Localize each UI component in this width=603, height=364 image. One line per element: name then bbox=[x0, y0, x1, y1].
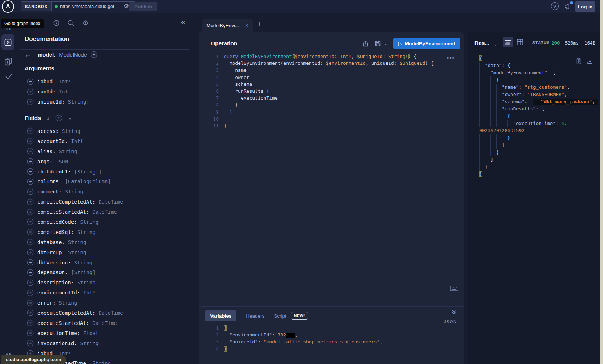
add-field-icon[interactable] bbox=[27, 309, 34, 316]
add-field-icon[interactable] bbox=[27, 78, 34, 85]
help-icon[interactable]: ? bbox=[551, 2, 559, 10]
save-icon[interactable] bbox=[374, 40, 381, 47]
fields-section-header: Fields ↓ ⌄ bbox=[25, 114, 72, 121]
field-row[interactable]: comment:String bbox=[24, 187, 123, 197]
field-row[interactable]: access:String bbox=[24, 126, 123, 136]
add-field-icon[interactable] bbox=[27, 188, 34, 195]
field-row[interactable]: compileStartedAt:DateTime bbox=[24, 207, 123, 217]
add-all-fields-icon[interactable] bbox=[91, 51, 97, 58]
sidebar-item-schema[interactable] bbox=[3, 56, 13, 66]
run-operation-button[interactable]: ▷ ModelByEnvironment bbox=[393, 38, 460, 49]
code-line: "modelByEnvironment": [ bbox=[472, 69, 598, 76]
publish-button[interactable]: Publish bbox=[129, 2, 157, 11]
code-line: "runResults": [ bbox=[472, 105, 598, 113]
tab-variables[interactable]: Variables bbox=[205, 310, 236, 321]
share-icon[interactable] bbox=[362, 40, 369, 47]
field-row[interactable]: args:JSON bbox=[24, 156, 123, 167]
field-row[interactable]: alias:String bbox=[24, 146, 123, 156]
add-field-icon[interactable] bbox=[27, 88, 34, 95]
add-field-icon[interactable] bbox=[27, 148, 34, 155]
code-line: "name": "stg_customers", bbox=[472, 84, 598, 91]
argument-row[interactable]: uniqueId:String! bbox=[24, 97, 89, 107]
variables-tabbar: Variables Headers Script NEW! bbox=[205, 310, 308, 321]
response-view-table-toggle[interactable] bbox=[516, 39, 523, 46]
argument-row[interactable]: jobId:Int! bbox=[24, 76, 89, 87]
add-field-icon[interactable] bbox=[27, 300, 34, 306]
field-row[interactable]: executionTime:Float bbox=[24, 328, 123, 338]
field-row[interactable]: columns:[CatalogColumn] bbox=[24, 176, 123, 187]
tab-headers[interactable]: Headers bbox=[246, 313, 264, 319]
connection-settings-gear-icon[interactable]: ⚙ bbox=[123, 3, 129, 9]
response-title[interactable]: Res... bbox=[474, 40, 489, 46]
field-row[interactable]: invocationId:String bbox=[24, 338, 123, 348]
apollo-logo[interactable]: A bbox=[2, 0, 14, 13]
field-row[interactable]: executeStartedAt:DateTime bbox=[24, 318, 123, 328]
field-row[interactable]: environmentId:Int! bbox=[24, 288, 123, 298]
response-viewer[interactable]: {"data": {"modelByEnvironment": [{"name"… bbox=[472, 55, 598, 178]
variables-editor[interactable]: 1{2"environmentId": 782,3"uniqueId": "mo… bbox=[206, 325, 456, 352]
endpoint-input[interactable]: https://metadata.cloud.get ⚙ bbox=[52, 2, 135, 11]
breadcrumb-type-link[interactable]: ModelNode bbox=[59, 51, 87, 58]
add-field-icon[interactable] bbox=[27, 229, 34, 235]
docs-panel-title: Documentation bbox=[25, 35, 70, 43]
field-row[interactable]: accountId:Int! bbox=[24, 136, 123, 146]
add-field-icon[interactable] bbox=[27, 249, 34, 256]
field-row[interactable]: dbtGroup:String bbox=[24, 247, 123, 258]
add-field-icon[interactable] bbox=[27, 319, 34, 326]
fields-section-title: Fields bbox=[25, 115, 41, 121]
add-fields-icon[interactable] bbox=[55, 114, 62, 121]
arguments-list: jobId:Int!runId:IntuniqueId:String! bbox=[24, 76, 89, 107]
add-fields-chevron-icon[interactable]: ⌄ bbox=[68, 115, 72, 121]
add-field-icon[interactable] bbox=[27, 279, 34, 286]
keyboard-shortcuts-icon[interactable] bbox=[450, 286, 458, 291]
collapse-panel-icon[interactable]: « bbox=[181, 17, 185, 26]
add-field-icon[interactable] bbox=[27, 178, 34, 185]
field-row[interactable]: compileCompletedAt:DateTime bbox=[24, 197, 123, 207]
field-row[interactable]: executeCompletedAt:DateTime bbox=[24, 308, 123, 318]
login-button[interactable]: Log in bbox=[575, 1, 595, 12]
add-field-icon[interactable] bbox=[27, 259, 34, 266]
collapse-variables-icon[interactable] bbox=[451, 309, 457, 315]
add-field-icon[interactable] bbox=[27, 138, 34, 145]
field-row[interactable]: error:String bbox=[24, 298, 123, 308]
sidebar-item-checks[interactable] bbox=[4, 72, 13, 81]
close-tab-icon[interactable]: × bbox=[245, 22, 248, 29]
add-field-icon[interactable] bbox=[27, 289, 34, 296]
add-field-icon[interactable] bbox=[27, 340, 34, 347]
add-field-icon[interactable] bbox=[27, 330, 34, 336]
add-field-icon[interactable] bbox=[27, 198, 34, 205]
sort-fields-icon[interactable]: ↓ bbox=[47, 115, 50, 121]
response-view-list-toggle[interactable] bbox=[503, 37, 513, 47]
operation-editor[interactable]: 1query ModelByEnvironment($environmentId… bbox=[206, 53, 456, 129]
field-row[interactable]: dbtVersion:String bbox=[24, 258, 123, 268]
new-tab-button[interactable]: + bbox=[257, 20, 261, 28]
back-arrow-icon[interactable]: ← bbox=[25, 51, 31, 58]
field-row[interactable]: compiledCode:String bbox=[24, 217, 123, 227]
tab-script[interactable]: Script bbox=[274, 313, 286, 319]
add-field-icon[interactable] bbox=[27, 269, 34, 276]
add-field-icon[interactable] bbox=[27, 99, 34, 105]
field-row[interactable]: compiledSql:String bbox=[24, 227, 123, 237]
tab-operation[interactable]: ModelByEnvi... × bbox=[202, 19, 253, 32]
announcements-megaphone-icon[interactable] bbox=[564, 3, 572, 11]
add-field-icon[interactable] bbox=[27, 158, 34, 165]
response-dropdown-chevron-icon[interactable]: ⌄ bbox=[493, 41, 497, 47]
field-row[interactable]: database:String bbox=[24, 237, 123, 247]
add-field-icon[interactable] bbox=[27, 239, 34, 246]
field-row[interactable]: dependsOn:[String] bbox=[24, 267, 123, 277]
add-field-icon[interactable] bbox=[27, 127, 34, 134]
add-field-icon[interactable] bbox=[27, 218, 34, 225]
field-row[interactable]: description:String bbox=[24, 277, 123, 288]
code-line: "schema": “dbt_mary_jackson”, bbox=[472, 98, 598, 105]
history-icon[interactable] bbox=[52, 19, 60, 27]
add-field-icon[interactable] bbox=[27, 168, 34, 175]
code-line: 6runResults { bbox=[206, 88, 456, 95]
settings-gear-icon[interactable]: ⚙ bbox=[81, 19, 89, 27]
argument-row[interactable]: runId:Int bbox=[24, 87, 89, 97]
field-row[interactable]: childrenL1:[String!] bbox=[24, 167, 123, 177]
endpoint-url[interactable]: https://metadata.cloud.get bbox=[60, 4, 121, 9]
search-icon[interactable] bbox=[67, 19, 75, 27]
add-field-icon[interactable] bbox=[27, 209, 34, 216]
save-options-chevron-icon[interactable]: ⌄ bbox=[384, 41, 388, 46]
sidebar-item-explorer[interactable] bbox=[1, 34, 14, 50]
